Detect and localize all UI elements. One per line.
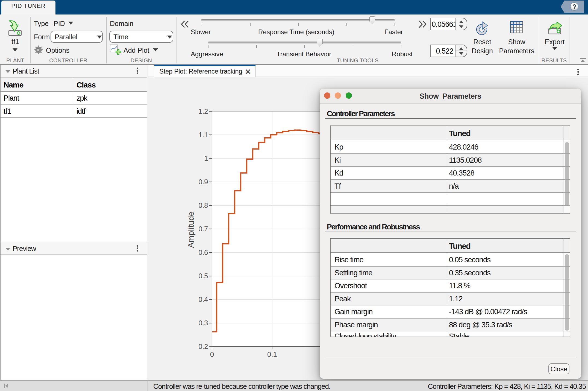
- svg-text:0.2: 0.2: [198, 342, 208, 351]
- svg-text:0.6: 0.6: [198, 248, 208, 256]
- svg-text:0.7: 0.7: [198, 225, 208, 233]
- svg-text:0.9: 0.9: [198, 178, 208, 186]
- svg-text:0.4: 0.4: [198, 295, 208, 304]
- svg-text:0.1: 0.1: [267, 350, 277, 358]
- svg-text:1: 1: [204, 154, 208, 162]
- svg-text:1.2: 1.2: [198, 107, 208, 115]
- svg-text:0.8: 0.8: [198, 201, 208, 209]
- svg-text:0: 0: [210, 350, 214, 358]
- svg-text:0.3: 0.3: [198, 319, 208, 327]
- svg-text:Amplitude: Amplitude: [186, 211, 195, 248]
- svg-text:0.5: 0.5: [198, 272, 208, 280]
- svg-text:1.1: 1.1: [198, 131, 208, 139]
